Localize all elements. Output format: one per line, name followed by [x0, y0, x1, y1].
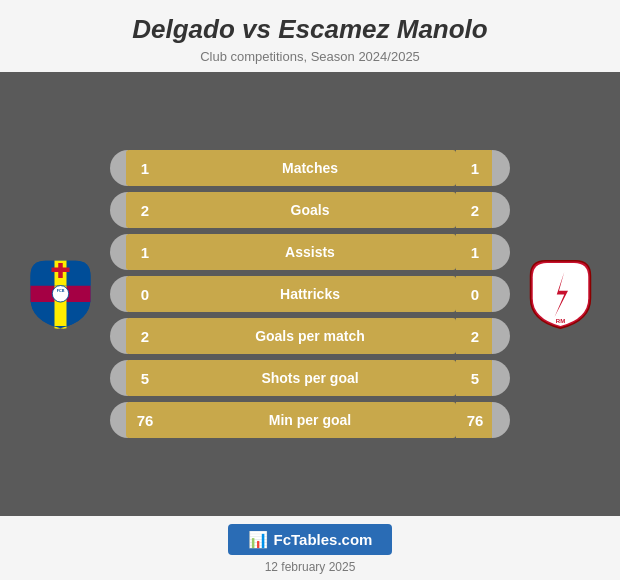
- stat-label-goals-per-match: Goals per match: [164, 318, 456, 354]
- left-team-logo: FCB FCB: [10, 257, 110, 332]
- end-cap-right-assists: [492, 234, 510, 270]
- stat-right-value-min-per-goal: 76: [456, 402, 494, 438]
- footer-date: 12 february 2025: [265, 560, 356, 574]
- stat-right-value-goals-per-match: 2: [456, 318, 494, 354]
- stat-row-min-per-goal: 76 Min per goal 76: [110, 402, 510, 438]
- badge-text: FcTables.com: [274, 531, 373, 548]
- end-cap-right-hattricks: [492, 276, 510, 312]
- stat-row-matches: 1 Matches 1: [110, 150, 510, 186]
- svg-text:FCB: FCB: [56, 288, 64, 292]
- stat-label-min-per-goal: Min per goal: [164, 402, 456, 438]
- chart-icon: 📊: [248, 530, 268, 549]
- stat-left-value-shots-per-goal: 5: [126, 360, 164, 396]
- stat-label-shots-per-goal: Shots per goal: [164, 360, 456, 396]
- stat-left-value-goals: 2: [126, 192, 164, 228]
- header: Delgado vs Escamez Manolo Club competiti…: [0, 0, 620, 72]
- stat-left-value-min-per-goal: 76: [126, 402, 164, 438]
- footer: 📊 FcTables.com 12 february 2025: [0, 516, 620, 580]
- stat-row-goals-per-match: 2 Goals per match 2: [110, 318, 510, 354]
- stat-label-hattricks: Hattricks: [164, 276, 456, 312]
- svg-rect-6: [54, 302, 66, 326]
- stat-label-assists: Assists: [164, 234, 456, 270]
- page-wrapper: Delgado vs Escamez Manolo Club competiti…: [0, 0, 620, 580]
- stat-right-value-matches: 1: [456, 150, 494, 186]
- stat-row-assists: 1 Assists 1: [110, 234, 510, 270]
- end-cap-right-matches: [492, 150, 510, 186]
- stat-left-value-assists: 1: [126, 234, 164, 270]
- stat-label-goals: Goals: [164, 192, 456, 228]
- right-team-logo: RM: [510, 257, 610, 332]
- stat-row-hattricks: 0 Hattricks 0: [110, 276, 510, 312]
- content-area: FCB FCB 1 Matches 1 2 Goals 2: [0, 72, 620, 516]
- fctables-badge: 📊 FcTables.com: [228, 524, 393, 555]
- stat-row-shots-per-goal: 5 Shots per goal 5: [110, 360, 510, 396]
- stat-right-value-assists: 1: [456, 234, 494, 270]
- stat-label-matches: Matches: [164, 150, 456, 186]
- stat-right-value-hattricks: 0: [456, 276, 494, 312]
- page-title: Delgado vs Escamez Manolo: [20, 14, 600, 45]
- stats-container: 1 Matches 1 2 Goals 2 1 Assists 1 0 Hatt…: [110, 150, 510, 438]
- stat-left-value-matches: 1: [126, 150, 164, 186]
- stat-left-value-goals-per-match: 2: [126, 318, 164, 354]
- stat-left-value-hattricks: 0: [126, 276, 164, 312]
- end-cap-right-min-per-goal: [492, 402, 510, 438]
- stat-right-value-shots-per-goal: 5: [456, 360, 494, 396]
- end-cap-right-goals: [492, 192, 510, 228]
- end-cap-right-goals-per-match: [492, 318, 510, 354]
- svg-text:RM: RM: [555, 318, 564, 324]
- stat-row-goals: 2 Goals 2: [110, 192, 510, 228]
- end-cap-right-shots-per-goal: [492, 360, 510, 396]
- subtitle: Club competitions, Season 2024/2025: [20, 49, 600, 64]
- stat-right-value-goals: 2: [456, 192, 494, 228]
- svg-rect-4: [51, 267, 69, 272]
